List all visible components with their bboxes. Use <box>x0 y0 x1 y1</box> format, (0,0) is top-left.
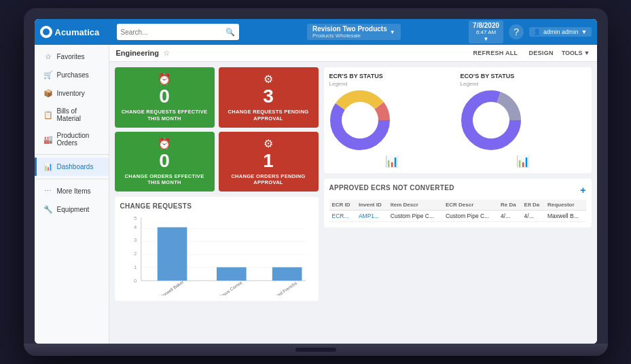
bar-chart-area: 0 1 2 3 4 5 <box>120 214 313 295</box>
eco-chart-legend: Legend <box>461 81 586 87</box>
ecr-chart-expand-icon[interactable]: 📊 <box>329 155 455 168</box>
cart-icon: 🛒 <box>43 71 53 79</box>
sidebar-item-favorites[interactable]: ☆ Favorites <box>35 48 109 66</box>
search-icon: 🔍 <box>226 28 235 37</box>
stat-card-ecr-pending[interactable]: ⚙ 3 CHANGE REQUESTS PENDING APPROVAL <box>219 67 319 128</box>
sidebar-item-equipment[interactable]: 🔧 Equipment <box>35 200 109 219</box>
logo-text: Acumatica <box>55 27 100 37</box>
sidebar-item-dashboards[interactable]: 📊 Dashboards <box>35 158 109 176</box>
ecr-chart-title: ECR'S BY STATUS <box>329 73 455 79</box>
sidebar-label-dashboards: Dashboards <box>57 163 94 170</box>
nav-right: 7/8/2020 6:47 AM ▼ ? 👤 admin admin ▼ <box>469 20 591 43</box>
bar-jesus[interactable] <box>217 268 247 281</box>
ecr-chart-container: ECR'S BY STATUS Legend 📊 <box>329 73 455 168</box>
stat-card-ecr-effective[interactable]: ⏰ 0 CHANGE REQUESTS EFFECTIVE THIS MONTH <box>115 67 215 128</box>
logo-icon <box>40 26 52 38</box>
eco-chart-expand-icon[interactable]: 📊 <box>461 155 586 168</box>
table-header-row: ECR ID Invent ID Item Descr ECR Descr Re… <box>329 200 586 211</box>
eco-effective-label: CHANGE ORDERS EFFECTIVE THIS MONTH <box>120 173 209 187</box>
table-row: ECR... AMP1... Custom Pipe C... Custom P… <box>329 211 586 222</box>
stat-card-eco-pending[interactable]: ⚙ 1 CHANGE ORDERS PENDING APPROVAL <box>219 132 319 192</box>
svg-text:Neil Frenchs: Neil Frenchs <box>274 280 298 295</box>
sidebar-item-purchases[interactable]: 🛒 Purchases <box>35 66 109 84</box>
product-main-text: Revision Two Products <box>312 25 387 33</box>
search-input[interactable] <box>121 29 223 36</box>
cell-ecr-descr: Custom Pipe C... <box>443 211 498 222</box>
user-menu-button[interactable]: 👤 admin admin ▼ <box>529 27 591 37</box>
bar-chart-title: CHANGE REQUESTS <box>120 202 313 210</box>
tools-label: TOOLS <box>562 50 583 56</box>
col-re-da: Re Da <box>498 200 521 211</box>
bar-chart-svg: 0 1 2 3 4 5 <box>120 214 313 295</box>
cell-invent-id[interactable]: AMP1... <box>356 211 388 222</box>
main-layout: ☆ Favorites 🛒 Purchases 📦 Inventory 📋 Bi… <box>35 45 597 344</box>
tools-button[interactable]: TOOLS ▼ <box>562 50 590 56</box>
product-chevron-icon: ▼ <box>390 29 395 35</box>
ecr-pending-number: 3 <box>263 87 274 106</box>
cell-ecr-id[interactable]: ECR... <box>329 211 356 222</box>
search-bar[interactable]: 🔍 <box>117 24 239 40</box>
nav-center: Revision Two Products Products Wholesale… <box>245 24 464 40</box>
approved-ecrs-title: APPROVED ECRS NOT CONVERTED <box>329 184 454 192</box>
sidebar-item-inventory[interactable]: 📦 Inventory <box>35 84 109 103</box>
cell-requestor: Maxwell B... <box>545 211 586 222</box>
col-efi-da: Efi Da <box>522 200 545 211</box>
svg-point-21 <box>473 102 509 139</box>
content-area: Engineering ☆ REFRESH ALL DESIGN TOOLS ▼ <box>109 45 597 344</box>
sidebar-divider <box>35 154 109 155</box>
breadcrumb-bar: Engineering ☆ REFRESH ALL DESIGN TOOLS ▼ <box>109 45 597 62</box>
logo-area: Acumatica <box>40 26 111 38</box>
cell-item-descr: Custom Pipe C... <box>388 211 443 222</box>
help-button[interactable]: ? <box>509 24 524 39</box>
ecr-donut-chart <box>329 90 391 151</box>
sidebar-item-bills[interactable]: 📋 Bills of Material <box>35 103 109 127</box>
sidebar-label-more: More Items <box>57 187 91 195</box>
svg-text:5: 5 <box>133 215 136 221</box>
ecr-pending-label: CHANGE REQUESTS PENDING APPROVAL <box>224 109 313 122</box>
svg-text:Maxwell Baker: Maxwell Baker <box>158 279 184 295</box>
bar-neil[interactable] <box>272 268 302 281</box>
date-display: 7/8/2020 <box>473 22 499 29</box>
product-selector[interactable]: Revision Two Products Products Wholesale… <box>307 24 401 40</box>
ecr-chart-legend: Legend <box>329 81 455 87</box>
datetime-selector[interactable]: 7/8/2020 6:47 AM ▼ <box>469 20 503 43</box>
wrench-icon: 🔧 <box>43 205 53 214</box>
sidebar-divider-2 <box>35 179 109 179</box>
col-requestor: Requestor <box>545 200 586 211</box>
favorite-star-icon[interactable]: ☆ <box>163 49 170 58</box>
eco-effective-number: 0 <box>159 151 170 170</box>
approved-ecrs-section: APPROVED ECRS NOT CONVERTED + ECR ID Inv… <box>324 179 592 228</box>
charts-area: ECR'S BY STATUS Legend 📊 <box>324 67 592 173</box>
refresh-all-button[interactable]: REFRESH ALL <box>470 48 520 58</box>
design-button[interactable]: DESIGN <box>526 48 556 58</box>
laptop-notch <box>295 348 336 352</box>
ecr-pending-icon: ⚙ <box>264 73 273 86</box>
svg-text:2: 2 <box>133 251 136 257</box>
help-icon: ? <box>513 26 519 37</box>
star-icon: ☆ <box>43 52 53 61</box>
user-icon: 👤 <box>533 29 541 35</box>
dashboard-icon: 📊 <box>43 162 53 171</box>
sidebar-label-favorites: Favorites <box>57 53 85 60</box>
table-header: APPROVED ECRS NOT CONVERTED + <box>329 184 586 196</box>
more-icon: ⋯ <box>43 187 53 196</box>
eco-pending-number: 1 <box>263 151 274 170</box>
cell-efi-da: 4/... <box>522 211 545 222</box>
col-ecr-id: ECR ID <box>329 200 356 211</box>
ecr-effective-icon: ⏰ <box>158 73 171 86</box>
datetime-chevron-icon: ▼ <box>484 36 489 42</box>
stat-cards-grid: ⏰ 0 CHANGE REQUESTS EFFECTIVE THIS MONTH… <box>115 67 319 192</box>
eco-donut-chart <box>461 90 522 151</box>
eco-chart-title: ECO'S BY STATUS <box>461 73 586 79</box>
bar-maxwell[interactable] <box>157 228 187 281</box>
sidebar-item-more[interactable]: ⋯ More Items <box>35 182 109 200</box>
approved-ecrs-table: ECR ID Invent ID Item Descr ECR Descr Re… <box>329 200 586 222</box>
box-icon: 📦 <box>43 89 53 98</box>
col-invent-id: Invent ID <box>356 200 388 211</box>
ecr-effective-number: 0 <box>159 87 170 106</box>
add-ecr-button[interactable]: + <box>580 185 585 196</box>
svg-point-18 <box>342 102 378 139</box>
sidebar-item-production[interactable]: 🏭 Production Orders <box>35 127 109 151</box>
table-head: ECR ID Invent ID Item Descr ECR Descr Re… <box>329 200 586 211</box>
stat-card-eco-effective[interactable]: ⏰ 0 CHANGE ORDERS EFFECTIVE THIS MONTH <box>115 132 215 192</box>
